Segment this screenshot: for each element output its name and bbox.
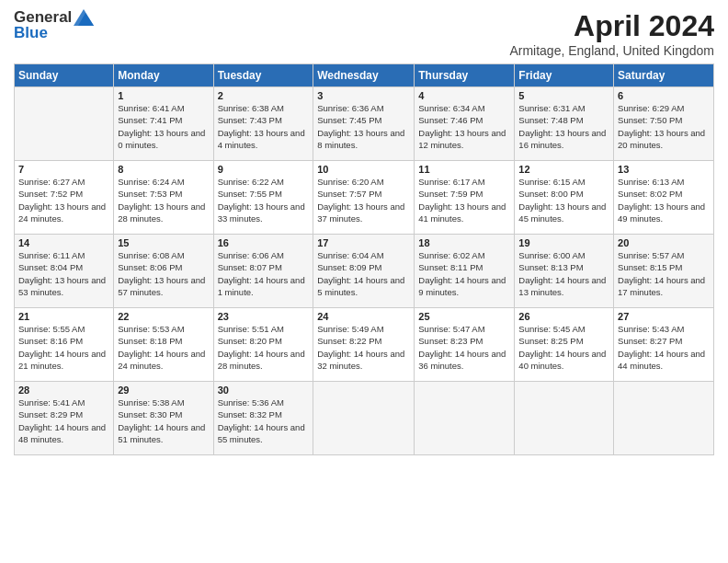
calendar-cell <box>313 382 415 455</box>
day-info: Sunrise: 6:22 AMSunset: 7:55 PMDaylight:… <box>218 176 310 224</box>
day-number: 25 <box>418 311 510 322</box>
day-number: 12 <box>518 164 609 175</box>
day-info: Sunrise: 5:36 AMSunset: 8:32 PMDaylight:… <box>218 396 310 445</box>
day-info: Sunrise: 6:04 AMSunset: 8:09 PMDaylight:… <box>317 249 410 298</box>
day-number: 5 <box>518 90 609 101</box>
calendar-header-tuesday: Tuesday <box>213 64 313 87</box>
calendar-week-row: 1 Sunrise: 6:41 AMSunset: 7:41 PMDayligh… <box>15 87 714 161</box>
calendar-header-wednesday: Wednesday <box>313 64 415 87</box>
calendar-cell <box>614 382 714 455</box>
day-number: 26 <box>518 311 609 322</box>
page: General Blue April 2024 Armitage, Englan… <box>0 0 728 563</box>
calendar-cell: 28 Sunrise: 5:41 AMSunset: 8:29 PMDaylig… <box>15 382 114 455</box>
calendar-cell: 9 Sunrise: 6:22 AMSunset: 7:55 PMDayligh… <box>213 161 313 235</box>
day-number: 14 <box>18 237 109 248</box>
day-info: Sunrise: 5:49 AMSunset: 8:22 PMDaylight:… <box>317 323 410 372</box>
calendar-header-monday: Monday <box>114 64 213 87</box>
header: General Blue April 2024 Armitage, Englan… <box>14 9 714 58</box>
day-number: 7 <box>18 164 109 175</box>
day-info: Sunrise: 6:27 AMSunset: 7:52 PMDaylight:… <box>18 176 109 224</box>
day-number: 1 <box>118 90 209 101</box>
calendar-cell: 17 Sunrise: 6:04 AMSunset: 8:09 PMDaylig… <box>313 235 415 308</box>
title-block: April 2024 Armitage, England, United Kin… <box>509 9 714 58</box>
day-number: 22 <box>118 311 209 322</box>
day-info: Sunrise: 5:41 AMSunset: 8:29 PMDaylight:… <box>18 396 109 445</box>
calendar-header-thursday: Thursday <box>415 64 515 87</box>
calendar-cell: 15 Sunrise: 6:08 AMSunset: 8:06 PMDaylig… <box>114 235 213 308</box>
day-number: 9 <box>218 164 310 175</box>
day-info: Sunrise: 6:00 AMSunset: 8:13 PMDaylight:… <box>518 249 609 298</box>
day-number: 20 <box>618 237 710 248</box>
calendar-cell: 7 Sunrise: 6:27 AMSunset: 7:52 PMDayligh… <box>15 161 114 235</box>
location-subtitle: Armitage, England, United Kingdom <box>509 43 714 58</box>
day-number: 23 <box>218 311 310 322</box>
calendar-cell: 22 Sunrise: 5:53 AMSunset: 8:18 PMDaylig… <box>114 308 213 382</box>
day-info: Sunrise: 5:51 AMSunset: 8:20 PMDaylight:… <box>218 323 310 372</box>
day-info: Sunrise: 6:31 AMSunset: 7:48 PMDaylight:… <box>518 102 609 151</box>
day-number: 21 <box>18 311 109 322</box>
calendar-week-row: 28 Sunrise: 5:41 AMSunset: 8:29 PMDaylig… <box>15 382 714 455</box>
day-info: Sunrise: 6:36 AMSunset: 7:45 PMDaylight:… <box>317 102 410 151</box>
calendar-cell: 25 Sunrise: 5:47 AMSunset: 8:23 PMDaylig… <box>415 308 515 382</box>
calendar-header-friday: Friday <box>515 64 614 87</box>
day-info: Sunrise: 5:47 AMSunset: 8:23 PMDaylight:… <box>418 323 510 372</box>
calendar-header-row: SundayMondayTuesdayWednesdayThursdayFrid… <box>15 64 714 87</box>
calendar-cell: 14 Sunrise: 6:11 AMSunset: 8:04 PMDaylig… <box>15 235 114 308</box>
day-number: 27 <box>618 311 710 322</box>
day-number: 18 <box>418 237 510 248</box>
day-info: Sunrise: 6:34 AMSunset: 7:46 PMDaylight:… <box>418 102 510 151</box>
calendar-cell: 3 Sunrise: 6:36 AMSunset: 7:45 PMDayligh… <box>313 87 415 161</box>
day-number: 19 <box>518 237 609 248</box>
logo-icon <box>74 9 94 26</box>
day-number: 30 <box>218 385 310 396</box>
day-number: 6 <box>618 90 710 101</box>
day-number: 16 <box>218 237 310 248</box>
calendar-cell: 30 Sunrise: 5:36 AMSunset: 8:32 PMDaylig… <box>213 382 313 455</box>
calendar-header-sunday: Sunday <box>15 64 114 87</box>
calendar-cell: 6 Sunrise: 6:29 AMSunset: 7:50 PMDayligh… <box>614 87 714 161</box>
calendar-week-row: 14 Sunrise: 6:11 AMSunset: 8:04 PMDaylig… <box>15 235 714 308</box>
day-info: Sunrise: 6:17 AMSunset: 7:59 PMDaylight:… <box>418 176 510 224</box>
day-number: 13 <box>618 164 710 175</box>
calendar-cell: 20 Sunrise: 5:57 AMSunset: 8:15 PMDaylig… <box>614 235 714 308</box>
calendar-cell: 26 Sunrise: 5:45 AMSunset: 8:25 PMDaylig… <box>515 308 614 382</box>
day-number: 4 <box>418 90 510 101</box>
day-info: Sunrise: 6:06 AMSunset: 8:07 PMDaylight:… <box>218 249 310 298</box>
day-info: Sunrise: 6:13 AMSunset: 8:02 PMDaylight:… <box>618 176 710 224</box>
day-info: Sunrise: 5:38 AMSunset: 8:30 PMDaylight:… <box>118 396 209 445</box>
calendar-cell: 16 Sunrise: 6:06 AMSunset: 8:07 PMDaylig… <box>213 235 313 308</box>
day-number: 28 <box>18 385 109 396</box>
calendar-cell: 2 Sunrise: 6:38 AMSunset: 7:43 PMDayligh… <box>213 87 313 161</box>
day-info: Sunrise: 6:20 AMSunset: 7:57 PMDaylight:… <box>317 176 410 224</box>
day-number: 17 <box>317 237 410 248</box>
day-info: Sunrise: 6:11 AMSunset: 8:04 PMDaylight:… <box>18 249 109 298</box>
calendar-cell: 1 Sunrise: 6:41 AMSunset: 7:41 PMDayligh… <box>114 87 213 161</box>
calendar-cell <box>15 87 114 161</box>
calendar-week-row: 7 Sunrise: 6:27 AMSunset: 7:52 PMDayligh… <box>15 161 714 235</box>
day-number: 8 <box>118 164 209 175</box>
month-year-title: April 2024 <box>509 9 714 43</box>
calendar-cell: 27 Sunrise: 5:43 AMSunset: 8:27 PMDaylig… <box>614 308 714 382</box>
day-info: Sunrise: 6:24 AMSunset: 7:53 PMDaylight:… <box>118 176 209 224</box>
calendar-cell: 21 Sunrise: 5:55 AMSunset: 8:16 PMDaylig… <box>15 308 114 382</box>
calendar-cell: 23 Sunrise: 5:51 AMSunset: 8:20 PMDaylig… <box>213 308 313 382</box>
logo-blue-text: Blue <box>14 25 48 42</box>
logo: General Blue <box>14 9 94 41</box>
calendar-cell: 19 Sunrise: 6:00 AMSunset: 8:13 PMDaylig… <box>515 235 614 308</box>
day-info: Sunrise: 5:57 AMSunset: 8:15 PMDaylight:… <box>618 249 710 298</box>
day-info: Sunrise: 5:43 AMSunset: 8:27 PMDaylight:… <box>618 323 710 372</box>
day-info: Sunrise: 5:55 AMSunset: 8:16 PMDaylight:… <box>18 323 109 372</box>
calendar-header-saturday: Saturday <box>614 64 714 87</box>
day-info: Sunrise: 6:41 AMSunset: 7:41 PMDaylight:… <box>118 102 209 151</box>
day-info: Sunrise: 6:38 AMSunset: 7:43 PMDaylight:… <box>218 102 310 151</box>
day-number: 2 <box>218 90 310 101</box>
day-number: 24 <box>317 311 410 322</box>
calendar-cell: 4 Sunrise: 6:34 AMSunset: 7:46 PMDayligh… <box>415 87 515 161</box>
calendar-cell <box>415 382 515 455</box>
day-number: 3 <box>317 90 410 101</box>
calendar-cell: 29 Sunrise: 5:38 AMSunset: 8:30 PMDaylig… <box>114 382 213 455</box>
day-info: Sunrise: 6:29 AMSunset: 7:50 PMDaylight:… <box>618 102 710 151</box>
calendar-cell: 12 Sunrise: 6:15 AMSunset: 8:00 PMDaylig… <box>515 161 614 235</box>
calendar-cell: 24 Sunrise: 5:49 AMSunset: 8:22 PMDaylig… <box>313 308 415 382</box>
calendar-cell: 10 Sunrise: 6:20 AMSunset: 7:57 PMDaylig… <box>313 161 415 235</box>
